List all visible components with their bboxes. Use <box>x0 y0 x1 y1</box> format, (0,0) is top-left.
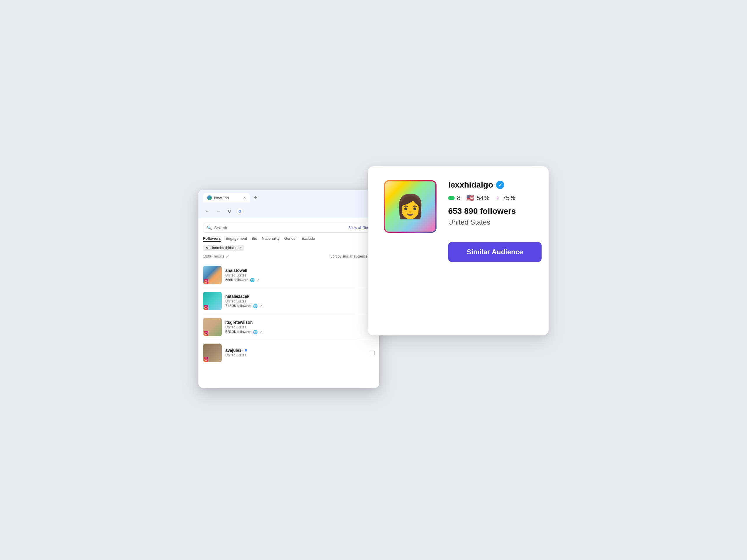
profile-avatar <box>385 181 435 232</box>
filter-tab-bio[interactable]: Bio <box>252 236 257 242</box>
female-icon: ♀ <box>495 194 500 202</box>
globe-icon: 🌐 <box>253 304 258 308</box>
influencer-followers: 520.3K followers 🌐 ↗ <box>225 330 365 334</box>
profile-face-image <box>385 181 435 232</box>
browser-tabs: New Tab × + <box>203 193 375 203</box>
influencer-item[interactable]: ana.stowell United States 686K followers… <box>203 262 375 288</box>
chart-icon: ↗ <box>259 330 263 334</box>
influencer-location: United States <box>225 325 365 329</box>
profile-details: lexxhidalgo ✓ 8 🇺🇸 54% ♀ 75% <box>448 180 532 226</box>
profile-card: lexxhidalgo ✓ 8 🇺🇸 54% ♀ 75% <box>368 166 548 336</box>
filter-tab-exclude[interactable]: Exclude <box>302 236 315 242</box>
us-percent-value: 54% <box>476 194 489 202</box>
followers-count: 712.3K followers <box>225 304 251 308</box>
influencer-username: ana.stowell <box>225 268 365 273</box>
chart-icon: ↗ <box>257 278 260 282</box>
instagram-badge-icon <box>204 331 208 336</box>
influencer-username: nataliezacek <box>225 294 365 299</box>
influencer-location: United States <box>225 273 365 277</box>
verified-dot-icon <box>245 349 247 351</box>
female-percent-value: 75% <box>503 194 515 202</box>
filter-tab-followers[interactable]: Followers <box>203 236 221 242</box>
tag-label: similarto:lexxhidalgo <box>206 246 237 250</box>
influencer-item[interactable]: avajules_ United States <box>203 340 375 366</box>
username-text: lexxhidalgo <box>448 180 493 190</box>
browser-tab-active[interactable]: New Tab × <box>203 193 250 203</box>
profile-avatar-wrapper <box>384 180 437 233</box>
browser-nav: ← → ↻ G <box>203 205 375 218</box>
instagram-badge-icon <box>204 279 208 284</box>
instagram-badge-icon <box>204 357 208 362</box>
search-bar[interactable]: 🔍 Show all filters <box>203 223 375 233</box>
influencer-avatar <box>203 266 222 284</box>
chart-icon: ↗ <box>259 304 263 308</box>
profile-country: United States <box>448 218 532 226</box>
influencer-info: nataliezacek United States 712.3K follow… <box>225 294 365 308</box>
similar-audience-button[interactable]: Similar Audience <box>448 242 542 262</box>
new-tab-button[interactable]: + <box>251 193 260 203</box>
influencer-item[interactable]: nataliezacek United States 712.3K follow… <box>203 288 375 314</box>
browser-chrome: New Tab × + ← → ↻ G <box>199 190 379 218</box>
influencer-location: United States <box>225 299 365 303</box>
influencer-username: avajules_ <box>225 348 366 353</box>
filter-tabs: Followers Engagement Bio Nationality Gen… <box>203 236 375 242</box>
influencer-avatar <box>203 318 222 336</box>
browser-window: New Tab × + ← → ↻ G 🔍 Show all filters <box>199 190 379 388</box>
search-icon: 🔍 <box>207 225 212 230</box>
results-count: 1000+ results ⤢ <box>203 254 229 259</box>
gender-stat: ♀ 75% <box>495 194 515 202</box>
globe-icon: 🌐 <box>250 278 255 282</box>
score-stat: 8 <box>448 194 460 202</box>
influencer-followers: 686K followers 🌐 ↗ <box>225 278 365 282</box>
tag-close-button[interactable]: × <box>239 246 241 250</box>
profile-stats: 8 🇺🇸 54% ♀ 75% <box>448 194 532 202</box>
tab-label: New Tab <box>214 196 229 200</box>
influencer-info: avajules_ United States <box>225 348 366 358</box>
google-logo: G <box>236 208 243 215</box>
score-value: 8 <box>457 194 460 202</box>
results-header: 1000+ results ⤢ Sort by similar audience… <box>203 254 375 259</box>
followers-count: 686K followers <box>225 278 248 282</box>
green-dot-icon <box>448 196 455 200</box>
tab-close-button[interactable]: × <box>243 195 246 200</box>
profile-followers: 653 890 followers <box>448 207 532 216</box>
tab-favicon-icon <box>207 195 212 200</box>
influencer-actions <box>370 351 375 355</box>
influencer-followers: 712.3K followers 🌐 ↗ <box>225 304 365 308</box>
influencer-list: ana.stowell United States 686K followers… <box>203 262 375 366</box>
refresh-button[interactable]: ↻ <box>225 207 233 215</box>
select-checkbox[interactable] <box>370 351 375 355</box>
instagram-badge-icon <box>204 305 208 310</box>
filter-tab-gender[interactable]: Gender <box>284 236 297 242</box>
us-stat: 🇺🇸 54% <box>466 194 489 202</box>
influencer-info: ana.stowell United States 686K followers… <box>225 268 365 282</box>
verified-badge-icon: ✓ <box>496 181 504 189</box>
results-count-label: 1000+ results <box>203 254 224 259</box>
influencer-location: United States <box>225 353 366 357</box>
globe-icon: 🌐 <box>253 330 258 334</box>
influencer-info: itsgretawilson United States 520.3K foll… <box>225 320 365 334</box>
tag-row: similarto:lexxhidalgo × <box>203 245 375 251</box>
influencer-avatar <box>203 344 222 362</box>
filter-tab-nationality[interactable]: Nationality <box>262 236 280 242</box>
sort-by-label: Sort by similar audience <box>330 254 368 259</box>
similarto-tag[interactable]: similarto:lexxhidalgo × <box>203 245 244 251</box>
influencer-item[interactable]: itsgretawilson United States 520.3K foll… <box>203 314 375 340</box>
influencer-avatar <box>203 292 222 310</box>
influencer-username: itsgretawilson <box>225 320 365 325</box>
profile-top: lexxhidalgo ✓ 8 🇺🇸 54% ♀ 75% <box>384 180 532 233</box>
filter-tab-engagement[interactable]: Engagement <box>226 236 247 242</box>
expand-icon[interactable]: ⤢ <box>226 254 229 259</box>
followers-count: 520.3K followers <box>225 330 251 334</box>
search-input[interactable] <box>214 225 346 230</box>
profile-username: lexxhidalgo ✓ <box>448 180 532 190</box>
browser-content: 🔍 Show all filters Followers Engagement … <box>199 218 379 388</box>
us-flag-icon: 🇺🇸 <box>466 194 474 202</box>
forward-button[interactable]: → <box>214 207 222 215</box>
tag-area: similarto:lexxhidalgo × <box>203 245 375 251</box>
back-button[interactable]: ← <box>203 207 211 215</box>
